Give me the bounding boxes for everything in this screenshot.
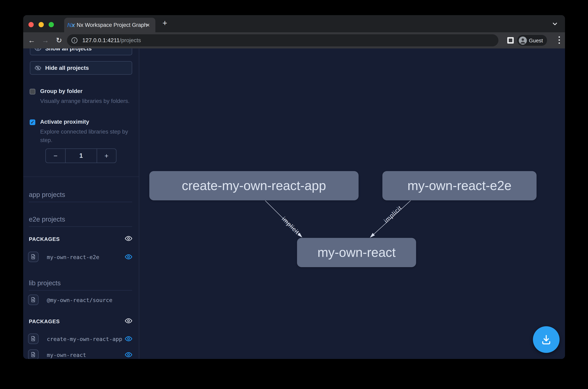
proximity-value: 1 (65, 149, 97, 163)
browser-menu-icon[interactable] (556, 36, 562, 45)
show-all-projects-button[interactable]: Show all projects (30, 48, 132, 55)
address-bar[interactable]: i 127.0.0.1:4211/projects (67, 34, 498, 46)
traffic-light-minimize[interactable] (38, 22, 44, 27)
activate-proximity-label: Activate proximity (40, 119, 89, 125)
focus-project-button[interactable] (28, 350, 38, 359)
project-visibility-eye-icon[interactable] (125, 253, 132, 260)
focus-project-button[interactable] (28, 294, 38, 305)
hide-all-projects-label: Hide all projects (45, 62, 89, 74)
node-label: my-own-react (297, 238, 416, 267)
project-item-label[interactable]: @my-own-react/source (47, 297, 112, 303)
project-item-label[interactable]: my-own-react-e2e (47, 254, 99, 260)
tab-title: Nx Workspace Project Graph (77, 18, 147, 32)
eye-icon (35, 48, 41, 52)
proximity-decrement-button[interactable]: − (46, 149, 65, 163)
graph-node-my-own-react-e2e[interactable]: my-own-react-e2e (382, 171, 537, 200)
focus-project-button[interactable] (28, 333, 38, 344)
activate-proximity-checkbox[interactable]: ✓ (30, 119, 35, 125)
app-projects-header: app projects (29, 191, 132, 202)
download-graph-button[interactable] (533, 326, 559, 353)
browser-toolbar: ← → ↻ i 127.0.0.1:4211/projects Guest (23, 32, 565, 48)
toggle-all-packages-eye-icon[interactable] (125, 235, 132, 242)
project-visibility-eye-icon[interactable] (125, 351, 132, 358)
hide-all-projects-button[interactable]: Hide all projects (30, 61, 132, 75)
avatar-icon (519, 36, 527, 45)
document-search-icon (31, 352, 36, 357)
nx-favicon-icon: Nx (67, 21, 75, 29)
download-icon (540, 333, 553, 346)
page-content: Show all projects Hide all projects Grou… (23, 48, 565, 359)
tab-search-chevron-icon[interactable] (552, 20, 558, 27)
e2e-projects-header: e2e projects (29, 216, 132, 227)
project-graph-canvas[interactable]: implicit implicit create-my-own-react-ap… (140, 48, 565, 359)
packages-header: PACKAGES (29, 236, 60, 242)
focus-project-button[interactable] (28, 252, 38, 262)
sidebar-divider (23, 177, 139, 177)
edge-label-implicit: implicit (383, 204, 403, 224)
document-search-icon (31, 297, 36, 303)
edge-label-implicit: implicit (281, 216, 301, 235)
browser-window: Nx Nx Workspace Project Graph ✕ + ← → ↻ … (23, 15, 565, 359)
graph-node-my-own-react[interactable]: my-own-react (297, 238, 416, 267)
site-info-icon[interactable]: i (71, 37, 77, 43)
group-by-folder-description: Visually arrange libraries by folders. (40, 97, 137, 105)
new-tab-button[interactable]: + (161, 19, 169, 28)
profile-name: Guest (529, 35, 543, 46)
proximity-stepper: − 1 + (45, 149, 116, 163)
activate-proximity-description: Explore connected libraries step by step… (40, 128, 137, 144)
group-by-folder-label: Group by folder (40, 88, 83, 95)
browser-tab[interactable]: Nx Nx Workspace Project Graph ✕ (64, 18, 155, 32)
document-search-icon (31, 254, 36, 260)
url-text: 127.0.0.1:4211/projects (82, 34, 141, 46)
side-panel-icon[interactable] (507, 37, 514, 44)
url-host: 127.0.0.1:4211 (82, 37, 120, 43)
node-label: my-own-react-e2e (382, 171, 537, 200)
traffic-light-close[interactable] (29, 22, 34, 27)
profile-button[interactable]: Guest (517, 35, 547, 46)
reload-button[interactable]: ↻ (55, 32, 63, 48)
traffic-light-maximize[interactable] (49, 22, 54, 27)
packages-header-2: PACKAGES (29, 318, 60, 325)
sidebar: Show all projects Hide all projects Grou… (23, 48, 139, 359)
tab-strip: Nx Nx Workspace Project Graph ✕ + (23, 15, 565, 32)
eye-off-icon (35, 65, 41, 71)
url-path: /projects (120, 37, 141, 43)
project-item-label[interactable]: my-own-react (47, 352, 86, 358)
proximity-increment-button[interactable]: + (97, 149, 116, 163)
graph-node-create-my-own-react-app[interactable]: create-my-own-react-app (149, 171, 359, 200)
toggle-all-packages-eye-icon[interactable] (125, 317, 132, 324)
tab-close-icon[interactable]: ✕ (144, 22, 151, 29)
graph-edges: implicit implicit (140, 48, 565, 359)
node-label: create-my-own-react-app (149, 171, 359, 200)
group-by-folder-checkbox[interactable] (30, 89, 35, 95)
project-visibility-eye-icon[interactable] (125, 335, 132, 342)
forward-button[interactable]: → (41, 32, 50, 48)
document-search-icon (31, 336, 36, 342)
back-button[interactable]: ← (27, 32, 36, 48)
show-all-projects-label: Show all projects (45, 48, 92, 55)
lib-projects-header: lib projects (29, 279, 132, 291)
project-item-label[interactable]: create-my-own-react-app (47, 336, 122, 342)
